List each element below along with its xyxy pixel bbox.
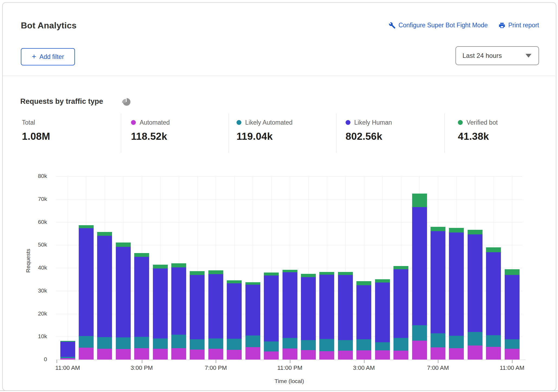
bar-10:00 AM[interactable] — [486, 247, 501, 360]
bar-11:00 AM[interactable] — [60, 341, 75, 360]
segment-likely-human — [190, 275, 205, 339]
segment-verified-bot — [505, 269, 520, 275]
bar-1:00 AM[interactable] — [319, 272, 334, 360]
bar-3:00 AM[interactable] — [356, 281, 371, 360]
segment-verified-bot — [375, 279, 390, 283]
stat-label: Automated — [140, 119, 170, 126]
segment-verified-bot — [227, 280, 242, 283]
stat-likely-human: Likely Human 802.56k — [346, 119, 443, 142]
segment-verified-bot — [486, 247, 501, 252]
segment-verified-bot — [356, 281, 371, 285]
segment-automated — [431, 347, 445, 360]
segment-likely-automated — [245, 335, 260, 347]
segment-verified-bot — [190, 271, 205, 275]
segment-likely-human — [412, 207, 427, 325]
segment-likely-human — [97, 236, 112, 337]
bar-12:00 AM[interactable] — [301, 274, 316, 360]
segment-likely-automated — [375, 342, 390, 350]
segment-verified-bot — [468, 230, 482, 234]
bar-8:00 AM[interactable] — [449, 228, 464, 360]
stat-automated: Automated 118.52k — [131, 119, 228, 142]
stat-value: 41.38k — [458, 131, 555, 142]
segment-verified-bot — [134, 253, 149, 257]
bar-10:00 PM[interactable] — [264, 273, 279, 360]
print-report-link[interactable]: Print report — [498, 22, 539, 29]
bar-5:00 PM[interactable] — [171, 263, 186, 360]
bar-6:00 PM[interactable] — [190, 271, 205, 360]
segment-automated — [227, 350, 242, 360]
segment-likely-human — [505, 275, 520, 339]
segment-likely-human — [468, 234, 482, 332]
segment-likely-human — [60, 342, 75, 357]
segment-likely-automated — [486, 335, 501, 347]
segment-verified-bot — [412, 194, 427, 207]
segment-verified-bot — [393, 266, 408, 269]
time-range-select[interactable]: Last 24 hours — [455, 46, 539, 65]
segment-likely-automated — [449, 336, 464, 348]
segment-likely-human — [134, 257, 149, 337]
segment-likely-human — [245, 285, 260, 335]
segment-automated — [412, 341, 427, 360]
bar-6:00 AM[interactable] — [412, 194, 427, 360]
segment-automated — [79, 348, 94, 360]
segment-likely-automated — [468, 332, 482, 346]
segment-automated — [264, 351, 279, 360]
bar-11:00 PM[interactable] — [283, 270, 297, 360]
printer-icon — [498, 22, 506, 29]
segment-likely-automated — [153, 338, 168, 349]
segment-likely-human — [208, 274, 223, 338]
segment-likely-automated — [208, 338, 223, 349]
segment-automated — [60, 358, 75, 360]
stat-likely-automated: Likely Automated 119.04k — [237, 119, 334, 142]
segment-likely-automated — [227, 339, 242, 350]
segment-likely-human — [393, 269, 408, 338]
segment-likely-automated — [264, 341, 279, 351]
stat-verified-bot: Verified bot 41.38k — [458, 119, 555, 142]
segment-likely-automated — [505, 339, 520, 349]
segment-likely-automated — [319, 339, 334, 351]
bar-2:00 AM[interactable] — [338, 272, 353, 360]
print-link-label: Print report — [508, 22, 539, 29]
bar-7:00 AM[interactable] — [431, 227, 445, 360]
stat-label: Verified bot — [467, 119, 498, 126]
wrench-icon — [389, 22, 396, 29]
add-filter-label: Add filter — [40, 53, 64, 61]
chevron-down-icon — [526, 54, 531, 58]
segment-verified-bot — [264, 273, 279, 275]
segment-likely-human — [153, 268, 168, 338]
segment-likely-human — [283, 272, 297, 338]
segment-automated — [338, 351, 353, 360]
bar-9:00 AM[interactable] — [468, 230, 482, 360]
segment-verified-bot — [79, 225, 94, 228]
bar-5:00 AM[interactable] — [393, 266, 408, 360]
segment-likely-human — [264, 275, 279, 341]
bar-1:00 PM[interactable] — [97, 232, 112, 360]
bar-12:00 PM[interactable] — [79, 225, 94, 360]
segment-verified-bot — [171, 263, 186, 267]
verified-bot-dot — [458, 120, 463, 125]
configure-super-bot-fight-mode-link[interactable]: Configure Super Bot Fight Mode — [389, 22, 488, 29]
segment-automated — [208, 349, 223, 360]
segment-likely-human — [171, 267, 186, 335]
segment-verified-bot — [449, 228, 464, 233]
bar-2:00 PM[interactable] — [116, 242, 131, 360]
segment-likely-human — [449, 232, 464, 335]
segment-automated — [153, 349, 168, 360]
bar-11:00 AM[interactable] — [505, 269, 520, 360]
bar-8:00 PM[interactable] — [227, 280, 242, 360]
segment-likely-human — [319, 275, 334, 339]
bar-3:00 PM[interactable] — [134, 253, 149, 360]
segment-likely-human — [486, 252, 501, 335]
pie-chart-icon — [123, 98, 131, 106]
page-bottom-divider — [0, 390, 558, 391]
stat-total: Total 1.08M — [22, 119, 119, 142]
segment-likely-automated — [283, 338, 297, 348]
bar-4:00 PM[interactable] — [153, 265, 168, 360]
add-filter-button[interactable]: + Add filter — [21, 48, 75, 65]
bar-4:00 AM[interactable] — [375, 279, 390, 360]
segment-likely-automated — [190, 339, 205, 350]
segment-automated — [171, 348, 186, 359]
bar-7:00 PM[interactable] — [208, 270, 223, 360]
bar-9:00 PM[interactable] — [245, 282, 260, 360]
likely-automated-dot — [237, 120, 241, 125]
